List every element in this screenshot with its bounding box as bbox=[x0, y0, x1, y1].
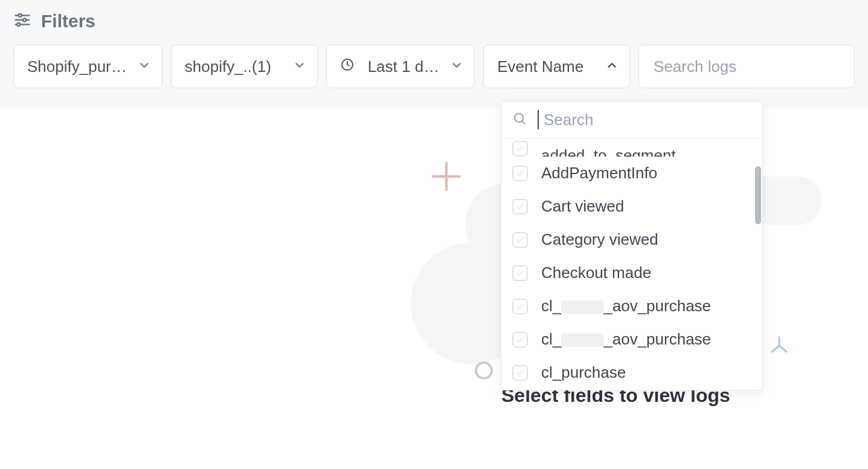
checkbox-icon[interactable] bbox=[512, 199, 528, 215]
filter-controls-row: Shopify_pur… shopify_..(1) Last 1 d… Eve… bbox=[13, 45, 855, 88]
account-select[interactable]: shopify_..(1) bbox=[171, 45, 318, 88]
time-range-label: Last 1 d… bbox=[368, 57, 440, 76]
checkbox-icon[interactable] bbox=[512, 232, 528, 248]
event-option[interactable]: cl__aov_purchase bbox=[512, 323, 751, 356]
event-option-label: cl__aov_purchase bbox=[541, 297, 711, 315]
search-logs-input[interactable] bbox=[654, 57, 840, 76]
filter-bar: Filters Shopify_pur… shopify_..(1) Last … bbox=[0, 0, 868, 108]
search-icon bbox=[512, 111, 527, 128]
event-option-label: Checkout made bbox=[541, 264, 651, 282]
filters-title: Filters bbox=[41, 11, 95, 31]
checkbox-icon[interactable] bbox=[512, 299, 528, 314]
svg-point-5 bbox=[17, 23, 20, 26]
checkbox-icon[interactable] bbox=[512, 265, 528, 281]
event-option[interactable]: Checkout made bbox=[512, 256, 751, 289]
event-option-label: Cart viewed bbox=[541, 197, 624, 216]
dropdown-search-input[interactable] bbox=[538, 110, 751, 129]
event-option[interactable]: AddPaymentInfo bbox=[512, 157, 751, 190]
svg-line-9 bbox=[779, 346, 786, 352]
checkbox-icon[interactable] bbox=[512, 365, 528, 381]
search-logs-field[interactable] bbox=[638, 45, 855, 88]
event-option[interactable]: Category viewed bbox=[512, 223, 751, 256]
svg-point-1 bbox=[19, 14, 22, 17]
circle-decoration-icon bbox=[475, 361, 493, 380]
event-option[interactable]: cl_purchase bbox=[512, 356, 751, 389]
filters-header: Filters bbox=[13, 11, 855, 31]
svg-line-11 bbox=[522, 121, 525, 124]
account-select-label: shopify_..(1) bbox=[185, 57, 282, 76]
scrollbar-thumb[interactable] bbox=[755, 166, 761, 224]
event-option-label: Category viewed bbox=[541, 230, 658, 249]
svg-line-8 bbox=[772, 346, 779, 352]
chevron-down-icon bbox=[293, 57, 306, 76]
time-range-select[interactable]: Last 1 d… bbox=[326, 45, 475, 88]
plus-decoration-icon bbox=[432, 162, 461, 191]
redacted-text bbox=[561, 334, 603, 347]
clock-icon bbox=[340, 57, 355, 76]
event-name-dropdown: added_to_segment AddPaymentInfo Cart vie… bbox=[501, 101, 763, 390]
event-option-label: cl_purchase bbox=[541, 363, 626, 382]
y-decoration-icon bbox=[767, 334, 791, 360]
checkbox-icon[interactable] bbox=[512, 141, 528, 157]
event-name-select[interactable]: Event Name bbox=[483, 45, 630, 88]
event-option[interactable]: added_to_segment bbox=[512, 138, 751, 157]
source-select-label: Shopify_pur… bbox=[27, 57, 127, 76]
event-option[interactable]: Cart viewed bbox=[512, 190, 751, 223]
dropdown-search-row bbox=[501, 102, 762, 138]
dropdown-options-scroll[interactable]: added_to_segment AddPaymentInfo Cart vie… bbox=[501, 138, 762, 390]
svg-point-3 bbox=[23, 19, 26, 22]
checkbox-icon[interactable] bbox=[512, 166, 528, 181]
checkbox-icon[interactable] bbox=[512, 332, 528, 348]
source-select[interactable]: Shopify_pur… bbox=[13, 45, 162, 88]
dropdown-options-list: added_to_segment AddPaymentInfo Cart vie… bbox=[501, 138, 762, 390]
event-name-label: Event Name bbox=[497, 57, 594, 76]
svg-point-10 bbox=[515, 114, 523, 122]
event-option-label: AddPaymentInfo bbox=[541, 164, 657, 183]
chevron-up-icon bbox=[605, 57, 619, 76]
event-option-label: added_to_segment bbox=[541, 146, 676, 157]
event-option[interactable]: cl__aov_purchase bbox=[512, 289, 751, 323]
event-option-label: cl__aov_purchase bbox=[541, 330, 711, 349]
redacted-text bbox=[561, 300, 603, 314]
chevron-down-icon bbox=[138, 57, 151, 76]
sliders-icon bbox=[13, 11, 31, 31]
chevron-down-icon bbox=[450, 57, 463, 76]
